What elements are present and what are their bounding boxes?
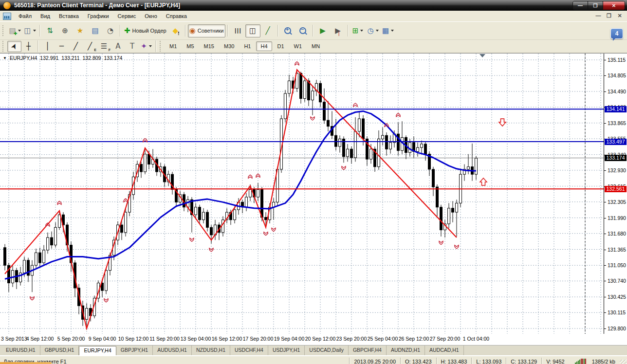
auto-scroll-button[interactable]: ▶ bbox=[315, 24, 331, 37]
trendline-button[interactable]: ╱ bbox=[69, 41, 83, 52]
chart-tab-usdchf-h4[interactable]: USDCHF,H4 bbox=[230, 346, 268, 355]
chart-tab-usdcad-daily[interactable]: USDCAD,Daily bbox=[305, 346, 349, 355]
navigator-button[interactable]: ★ bbox=[73, 24, 88, 37]
line-chart-button[interactable]: ╱ bbox=[260, 24, 276, 37]
timeframe-m5-button[interactable]: M5 bbox=[182, 41, 198, 51]
chart-tab-gbpusd-h1[interactable]: GBPUSD,H1 bbox=[40, 346, 79, 355]
auto-scroll-icon: ▶ bbox=[320, 27, 326, 35]
new-chart-button[interactable]: ▤✚ bbox=[7, 24, 22, 37]
chart-tab-gbpjpy-h1[interactable]: GBPJPY,H1 bbox=[116, 346, 153, 355]
toolbar-drag-handle[interactable] bbox=[2, 25, 5, 36]
menu-item-вид[interactable]: Вид bbox=[36, 12, 55, 20]
toolbar-separator bbox=[277, 25, 278, 36]
terminal-button[interactable]: ▤ bbox=[88, 24, 103, 37]
ohlc-close: 133.174 bbox=[104, 55, 122, 61]
maximize-button[interactable]: ❐ bbox=[588, 1, 603, 10]
collapse-icon[interactable]: ▼ bbox=[3, 56, 7, 60]
profiles-button[interactable]: ◫ bbox=[22, 24, 37, 37]
status-high: H: 133.483 bbox=[436, 358, 472, 364]
mdi-restore-button[interactable]: ❐ bbox=[605, 12, 613, 19]
indicators-dropdown-icon bbox=[360, 30, 363, 32]
date-tick-label: 10 Sep 12:00 bbox=[118, 336, 148, 342]
price-tick-label: 131.680 bbox=[604, 231, 627, 237]
data-window-icon: ⊕ bbox=[62, 27, 68, 35]
chart-tab-audcad-h1[interactable]: AUDCAD,H1 bbox=[425, 346, 464, 355]
indicators-button[interactable]: ⊞ bbox=[350, 24, 366, 37]
data-window-button[interactable]: ⊕ bbox=[57, 24, 73, 37]
menu-item-сервис[interactable]: Сервис bbox=[113, 12, 141, 20]
mdi-close-button[interactable]: ✕ bbox=[615, 12, 624, 19]
notifications-badge[interactable]: 4 bbox=[610, 28, 623, 39]
text-button[interactable]: A bbox=[111, 41, 125, 52]
new-order-button[interactable]: ✚Новый Ордер bbox=[123, 24, 168, 37]
chart-tab-eurusd-h1[interactable]: EURUSD,H1 bbox=[1, 346, 40, 355]
timeframe-h1-button[interactable]: H1 bbox=[240, 41, 255, 51]
chart-tab-nzdusd-h1[interactable]: NZDUSD,H1 bbox=[192, 346, 230, 355]
chart-shift-button[interactable]: ▶▏ bbox=[331, 24, 346, 37]
expert-advisors-button[interactable]: ◉Советники bbox=[188, 24, 225, 37]
status-bar-time: 2013.09.25 20:00 bbox=[349, 358, 400, 364]
menu-item-справка[interactable]: Справка bbox=[162, 12, 191, 20]
current-price-label: 133.174 bbox=[605, 155, 627, 161]
timeframe-m30-button[interactable]: M30 bbox=[220, 41, 239, 51]
menu-item-окно[interactable]: Окно bbox=[140, 12, 162, 20]
horizontal-line-icon: ─ bbox=[59, 43, 64, 50]
timeframe-h4-button[interactable]: H4 bbox=[256, 41, 272, 51]
chart-tab-eurjpy-h4[interactable]: EURJPY,H4 bbox=[79, 346, 116, 355]
menu-item-вставка[interactable]: Вставка bbox=[55, 12, 83, 20]
toolbar-drag-handle[interactable] bbox=[160, 41, 162, 52]
minimize-button[interactable]: — bbox=[573, 1, 588, 10]
chart-tab-usdjpy-h1[interactable]: USDJPY,H1 bbox=[268, 346, 305, 355]
text-label-button[interactable]: T bbox=[125, 41, 139, 52]
fibonacci-icon: ☰ bbox=[101, 43, 107, 50]
red-line-price-label: 132.561 bbox=[605, 186, 627, 192]
price-tick-label: 131.365 bbox=[604, 247, 627, 253]
price-tick-label: 132.930 bbox=[604, 167, 627, 173]
toolbar-separator bbox=[348, 25, 349, 36]
crosshair-button[interactable]: ┼ bbox=[21, 41, 36, 52]
date-tick-label: 25 Sep 04:00 bbox=[368, 336, 398, 342]
chart-tab-audusd-h1[interactable]: AUDUSD,H1 bbox=[153, 346, 192, 355]
timeframe-m1-button[interactable]: M1 bbox=[165, 41, 181, 51]
timeframe-w1-button[interactable]: W1 bbox=[290, 41, 307, 51]
price-axis[interactable]: 135.115134.805134.490134.180133.865133.5… bbox=[604, 54, 627, 334]
new-chart-dropdown-icon bbox=[18, 30, 21, 32]
chart-window-icon[interactable] bbox=[3, 13, 11, 20]
mdi-minimize-button[interactable]: — bbox=[594, 12, 603, 19]
timeframe-mn-button[interactable]: MN bbox=[307, 41, 324, 51]
menu-item-графики[interactable]: Графики bbox=[83, 12, 113, 20]
menu-item-файл[interactable]: Файл bbox=[14, 12, 36, 20]
zoom-out-button[interactable]: − bbox=[295, 24, 311, 37]
zoom-in-button[interactable]: + bbox=[280, 24, 295, 37]
price-tick-label: 130.425 bbox=[604, 294, 627, 300]
time-axis[interactable]: 3 Sep 20134 Sep 12:005 Sep 20:009 Sep 04… bbox=[0, 334, 627, 346]
equidistant-channel-button[interactable]: ╱E bbox=[83, 41, 97, 52]
arrows-tool-button[interactable]: ✦ bbox=[139, 41, 153, 52]
alert-button[interactable]: ◆! bbox=[168, 24, 183, 37]
chart-area[interactable]: ▼ EURJPY,H4 132.991 133.211 132.809 133.… bbox=[0, 53, 627, 334]
resize-grip[interactable] bbox=[620, 360, 627, 364]
candlestick-chart-button[interactable]: ◫ bbox=[245, 24, 260, 37]
strategy-tester-button[interactable]: ◔ bbox=[103, 24, 118, 37]
toolbar-drag-handle[interactable] bbox=[2, 41, 5, 52]
toolbar-separator bbox=[39, 25, 40, 36]
application-window: 565018: Panteon Client Terminal - Демо С… bbox=[0, 0, 627, 364]
indicators-icon: ⊞ bbox=[352, 27, 359, 35]
fibonacci-button[interactable]: ☰F bbox=[97, 41, 111, 52]
vertical-line-button[interactable]: │ bbox=[40, 41, 55, 52]
horizontal-line-button[interactable]: ─ bbox=[55, 41, 69, 52]
price-tick-label: 133.865 bbox=[604, 120, 627, 126]
cursor-button[interactable]: ➤ bbox=[7, 41, 21, 52]
templates-button[interactable]: ▦ bbox=[381, 24, 396, 37]
timeframe-d1-button[interactable]: D1 bbox=[273, 41, 289, 51]
periods-button[interactable]: ◷ bbox=[366, 24, 381, 37]
close-button[interactable]: ✕ bbox=[603, 1, 625, 10]
date-tick-label: 17 Sep 20:00 bbox=[243, 336, 273, 342]
market-watch-button[interactable]: ⇅ bbox=[42, 24, 57, 37]
bar-chart-button[interactable]: ☰ bbox=[230, 24, 245, 37]
arrows-tool-dropdown-icon bbox=[149, 45, 152, 47]
price-tick-label: 130.740 bbox=[604, 278, 627, 284]
timeframe-m15-button[interactable]: M15 bbox=[200, 41, 219, 51]
chart-tab-audnzd-h1[interactable]: AUDNZD,H1 bbox=[387, 346, 425, 355]
chart-tab-gbpchf-h4[interactable]: GBPCHF,H4 bbox=[349, 346, 387, 355]
